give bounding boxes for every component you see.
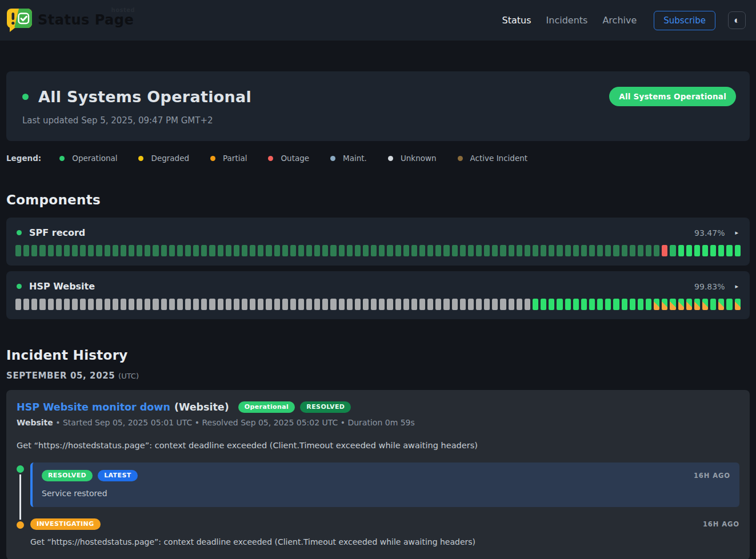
uptime-bar — [48, 299, 54, 310]
uptime-bar — [39, 245, 45, 256]
uptime-bar — [161, 245, 167, 256]
legend-dot-icon — [138, 156, 143, 161]
component-name: SPF record — [29, 227, 85, 238]
uptime-bar — [322, 299, 328, 310]
uptime-bar — [581, 299, 587, 310]
uptime-bar — [64, 299, 70, 310]
uptime-bar — [31, 299, 37, 310]
theme-toggle-button[interactable]: ◐ — [728, 11, 746, 29]
expand-icon[interactable]: ▸ — [735, 229, 738, 236]
nav-status[interactable]: Status — [502, 15, 531, 26]
uptime-bar — [266, 245, 271, 256]
uptime-bar — [565, 245, 571, 256]
uptime-bar — [630, 245, 635, 256]
legend-item-label: Unknown — [401, 154, 437, 163]
legend-dot-icon — [458, 156, 463, 161]
uptime-bar — [460, 245, 466, 256]
incident-date-timezone: (UTC) — [118, 372, 139, 380]
uptime-bar — [638, 245, 643, 256]
incident-title-link[interactable]: HSP Website monitor down — [17, 401, 170, 413]
subscribe-button[interactable]: Subscribe — [654, 11, 715, 30]
uptime-bar — [726, 299, 732, 310]
timeline-line — [19, 472, 21, 520]
uptime-bar — [710, 245, 716, 256]
uptime-bar — [702, 299, 708, 310]
uptime-bar — [266, 299, 271, 310]
uptime-bar — [403, 299, 409, 310]
uptime-bar — [137, 299, 142, 310]
incident-component-suffix: (Website) — [174, 401, 229, 413]
uptime-bar — [557, 299, 562, 310]
uptime-bar — [646, 245, 651, 256]
uptime-bar — [31, 245, 37, 256]
components-heading: Components — [6, 192, 750, 207]
uptime-bar — [15, 245, 21, 256]
uptime-bar — [330, 299, 336, 310]
timeline-entry: INVESTIGATING16H AGOGet “https://hosteds… — [17, 518, 739, 546]
legend-items: OperationalDegradedPartialOutageMaint.Un… — [59, 154, 549, 163]
uptime-bar — [113, 245, 118, 256]
timeline-entry-header: RESOLVEDLATEST16H AGO — [42, 470, 730, 481]
uptime-bar — [468, 245, 474, 256]
uptime-bar — [355, 299, 361, 310]
uptime-bar — [630, 299, 635, 310]
nav-archive[interactable]: Archive — [602, 15, 637, 26]
uptime-bar — [250, 299, 255, 310]
legend-dot-icon — [210, 156, 215, 161]
uptime-bar — [339, 245, 345, 256]
uptime-bar — [355, 245, 361, 256]
uptime-bar — [476, 299, 482, 310]
brand[interactable]: hosted Status Page — [7, 9, 134, 32]
brand-name: hosted Status Page — [38, 13, 134, 27]
uptime-bar — [72, 299, 78, 310]
component-uptime-percent: 99.83% — [694, 282, 725, 291]
legend-dot-icon — [268, 156, 273, 161]
uptime-bar — [15, 299, 21, 310]
update-status-badge: INVESTIGATING — [30, 518, 101, 530]
uptime-bar — [500, 299, 506, 310]
update-timestamp: 16H AGO — [694, 472, 730, 480]
uptime-bar — [452, 245, 458, 256]
uptime-bar — [218, 299, 223, 310]
brand-superscript: hosted — [111, 7, 135, 13]
uptime-bar — [387, 299, 393, 310]
update-status-badge: LATEST — [98, 470, 138, 481]
uptime-bar — [387, 245, 393, 256]
uptime-bar — [613, 299, 619, 310]
uptime-bar — [121, 299, 126, 310]
legend-dot-icon — [388, 156, 393, 161]
uptime-bar — [686, 299, 692, 310]
uptime-bar — [549, 299, 554, 310]
timeline-entry-header: INVESTIGATING16H AGO — [30, 518, 739, 530]
uptime-bar — [218, 245, 223, 256]
uptime-bar — [484, 299, 490, 310]
uptime-bar — [290, 299, 296, 310]
main-nav: StatusIncidentsArchive — [502, 15, 637, 26]
update-status-badge: RESOLVED — [42, 470, 93, 481]
component-name: HSP Website — [29, 281, 95, 292]
uptime-bar — [419, 299, 425, 310]
uptime-bar — [492, 299, 498, 310]
uptime-bar — [662, 299, 667, 310]
uptime-bar — [541, 299, 546, 310]
uptime-bar — [411, 299, 417, 310]
uptime-bar — [258, 245, 263, 256]
uptime-bar — [500, 245, 506, 256]
uptime-bar — [613, 245, 619, 256]
uptime-bar — [274, 299, 280, 310]
uptime-bar — [468, 299, 474, 310]
legend-item: Operational — [59, 154, 117, 163]
nav-incidents[interactable]: Incidents — [546, 15, 588, 26]
timeline-dot-column — [17, 518, 30, 546]
update-text: Get “https://hostedstatus.page”: context… — [30, 537, 739, 546]
uptime-bar — [306, 245, 312, 256]
uptime-bar — [509, 245, 514, 256]
uptime-bar — [670, 245, 675, 256]
uptime-bar — [314, 245, 320, 256]
expand-icon[interactable]: ▸ — [735, 283, 738, 290]
uptime-bar — [242, 245, 247, 256]
uptime-bar — [379, 299, 385, 310]
uptime-bar — [137, 245, 142, 256]
uptime-bar — [209, 245, 215, 256]
uptime-bar — [201, 299, 207, 310]
